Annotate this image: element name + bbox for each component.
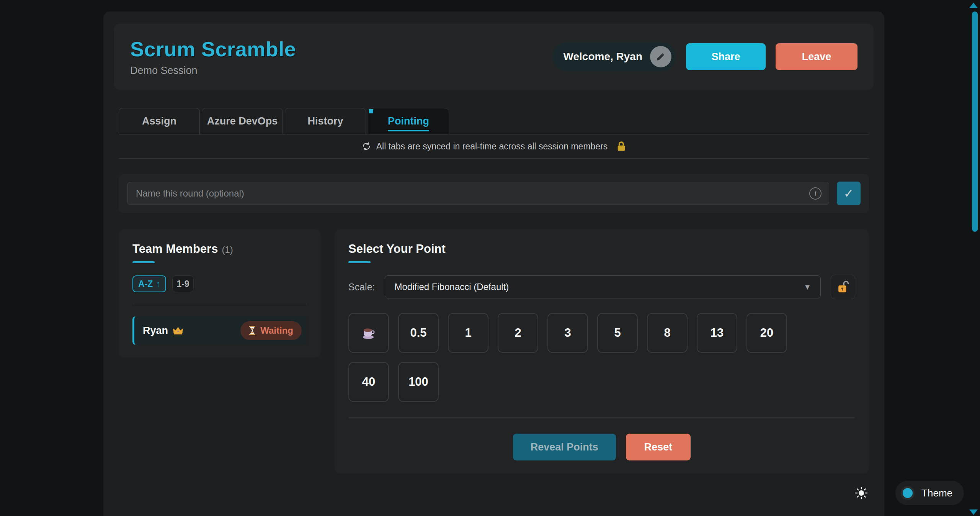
chevron-down-icon: ▼ <box>804 283 811 292</box>
point-card-1[interactable]: 1 <box>448 313 488 353</box>
sort-asc-arrow-icon: ↑ <box>156 279 160 289</box>
sync-icon <box>362 142 371 151</box>
header-actions: Welcome, Ryan Share Leave <box>552 42 858 71</box>
hourglass-icon <box>249 326 256 335</box>
info-icon: i <box>809 187 822 200</box>
team-members-count: (1) <box>222 244 233 255</box>
point-card-100[interactable]: 100 <box>398 362 439 402</box>
title-accent-bar <box>348 261 371 263</box>
scale-selected-value: Modified Fibonacci (Default) <box>394 282 509 292</box>
sun-icon <box>855 487 868 500</box>
content-row: Team Members(1) A-Z ↑ 1-9 Ryan <box>119 229 869 473</box>
theme-color-dot <box>901 486 915 500</box>
tab-azure-devops[interactable]: Azure DevOps <box>202 108 283 134</box>
scale-row: Scale: Modified Fibonacci (Default) ▼ <box>348 275 855 299</box>
status-text: Waiting <box>260 325 293 336</box>
sync-notice: All tabs are synced in real-time across … <box>114 134 874 158</box>
tab-assign[interactable]: Assign <box>119 108 200 134</box>
coffee-icon <box>361 326 376 340</box>
member-row: Ryan Waiting <box>132 316 307 345</box>
point-cards-grid: 0.5 1 2 3 5 8 13 20 40 100 <box>348 313 835 402</box>
pencil-icon <box>656 52 666 62</box>
light-mode-button[interactable] <box>850 482 872 504</box>
sort-alphabetical-button[interactable]: A-Z ↑ <box>132 275 166 292</box>
actions-divider <box>348 417 855 418</box>
round-input-wrap: i <box>127 182 829 205</box>
theme-controls: Theme <box>850 481 964 505</box>
round-name-panel: i ✓ <box>119 174 869 213</box>
reset-button[interactable]: Reset <box>626 434 691 460</box>
point-card-8[interactable]: 8 <box>647 313 688 353</box>
tab-bar: Assign Azure DevOps History Pointing <box>119 108 869 134</box>
active-tab-corner-mark <box>369 109 373 113</box>
scale-lock-button[interactable] <box>831 275 855 299</box>
team-members-panel: Team Members(1) A-Z ↑ 1-9 Ryan <box>119 229 321 358</box>
point-card-5[interactable]: 5 <box>597 313 638 353</box>
title-block: Scrum Scramble Demo Session <box>130 37 296 77</box>
theme-label: Theme <box>921 487 952 499</box>
sync-notice-text: All tabs are synced in real-time across … <box>376 141 608 152</box>
confirm-round-name-button[interactable]: ✓ <box>837 182 861 205</box>
status-badge: Waiting <box>240 321 302 340</box>
sort-controls: A-Z ↑ 1-9 <box>132 275 307 292</box>
reveal-points-button[interactable]: Reveal Points <box>513 434 616 460</box>
lock-icon <box>617 141 626 152</box>
session-header: Scrum Scramble Demo Session Welcome, Rya… <box>114 24 874 90</box>
tab-pointing[interactable]: Pointing <box>368 108 449 134</box>
point-card-3[interactable]: 3 <box>547 313 588 353</box>
session-name: Demo Session <box>130 65 296 77</box>
select-point-panel: Select Your Point Scale: Modified Fibona… <box>335 229 869 473</box>
title-accent-bar <box>132 261 155 263</box>
point-card-0.5[interactable]: 0.5 <box>398 313 439 353</box>
point-card-20[interactable]: 20 <box>746 313 787 353</box>
point-card-2[interactable]: 2 <box>498 313 538 353</box>
tab-history[interactable]: History <box>285 108 366 134</box>
scrollbar-up-arrow[interactable] <box>969 3 978 8</box>
share-button[interactable]: Share <box>686 43 766 70</box>
theme-toggle[interactable]: Theme <box>895 481 964 505</box>
member-name: Ryan <box>143 325 183 337</box>
main-container: Scrum Scramble Demo Session Welcome, Rya… <box>103 11 884 516</box>
scale-select[interactable]: Modified Fibonacci (Default) ▼ <box>385 275 821 298</box>
leave-button[interactable]: Leave <box>776 43 858 70</box>
edit-name-button[interactable] <box>650 46 671 67</box>
scale-label: Scale: <box>348 282 375 293</box>
welcome-text: Welcome, Ryan <box>564 51 642 63</box>
team-divider <box>132 304 307 304</box>
point-card-13[interactable]: 13 <box>697 313 737 353</box>
sync-divider <box>119 158 869 159</box>
action-row: Reveal Points Reset <box>348 434 855 460</box>
select-point-title: Select Your Point <box>348 242 855 256</box>
point-card-40[interactable]: 40 <box>348 362 389 402</box>
team-members-title: Team Members(1) <box>132 242 307 256</box>
crown-icon <box>173 326 183 335</box>
page-title: Scrum Scramble <box>130 37 296 61</box>
scrollbar-thumb[interactable] <box>972 11 978 232</box>
point-card-coffee[interactable] <box>348 313 389 353</box>
unlock-icon <box>837 280 849 293</box>
sort-numeric-button[interactable]: 1-9 <box>172 275 194 292</box>
round-name-input[interactable] <box>127 182 829 205</box>
welcome-pill: Welcome, Ryan <box>552 42 676 71</box>
check-icon: ✓ <box>844 187 854 200</box>
scrollbar-down-arrow[interactable] <box>969 509 978 515</box>
